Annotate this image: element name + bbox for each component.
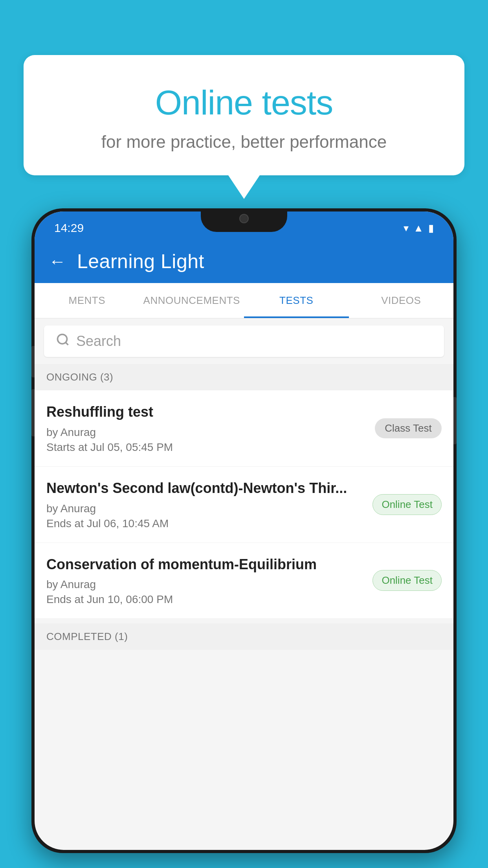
speech-bubble-container: Online tests for more practice, better p… (24, 55, 464, 199)
speech-bubble: Online tests for more practice, better p… (24, 55, 464, 175)
bubble-title: Online tests (55, 83, 433, 123)
bubble-pointer (228, 175, 260, 199)
phone-camera (239, 214, 249, 223)
tab-ments[interactable]: MENTS (35, 283, 139, 318)
tab-videos[interactable]: VIDEOS (349, 283, 454, 318)
app-bar: ← Learning Light (35, 240, 453, 283)
battery-icon: ▮ (428, 222, 434, 234)
app-title: Learning Light (77, 250, 204, 273)
test-badge-online-2: Online Test (372, 570, 442, 591)
tab-tests[interactable]: TESTS (244, 283, 349, 318)
search-icon (56, 333, 70, 350)
status-time: 14:29 (54, 221, 84, 235)
test-badge-online: Online Test (372, 494, 442, 515)
test-info: Newton's Second law(contd)-Newton's Thir… (46, 479, 365, 530)
test-info: Reshuffling test by Anurag Starts at Jul… (46, 403, 367, 454)
search-container: Search (35, 318, 453, 364)
svg-line-1 (66, 342, 68, 345)
test-author: by Anurag (46, 578, 365, 591)
tabs-bar: MENTS ANNOUNCEMENTS TESTS VIDEOS (35, 283, 453, 318)
test-list: Reshuffling test by Anurag Starts at Jul… (35, 390, 453, 619)
test-author: by Anurag (46, 502, 365, 515)
completed-section-header: COMPLETED (1) (35, 623, 453, 650)
test-item[interactable]: Reshuffling test by Anurag Starts at Jul… (35, 390, 453, 467)
ongoing-section-header: ONGOING (3) (35, 364, 453, 390)
signal-icon: ▲ (413, 222, 424, 234)
phone-container: 14:29 ▾ ▲ ▮ ← Learning Light MENTS ANNOU… (31, 208, 457, 868)
test-item[interactable]: Conservation of momentum-Equilibrium by … (35, 543, 453, 619)
wifi-icon: ▾ (404, 222, 409, 234)
test-author: by Anurag (46, 426, 367, 439)
status-icons: ▾ ▲ ▮ (404, 222, 434, 234)
search-input[interactable]: Search (76, 333, 121, 349)
tab-announcements[interactable]: ANNOUNCEMENTS (139, 283, 244, 318)
test-badge-class: Class Test (375, 418, 442, 438)
test-time: Ends at Jul 06, 10:45 AM (46, 517, 365, 530)
search-box[interactable]: Search (44, 326, 444, 357)
back-button[interactable]: ← (49, 252, 66, 271)
phone-notch (201, 208, 287, 232)
test-name: Reshuffling test (46, 403, 367, 421)
bubble-subtitle: for more practice, better performance (55, 132, 433, 152)
test-time: Ends at Jun 10, 06:00 PM (46, 593, 365, 606)
test-name: Conservation of momentum-Equilibrium (46, 555, 365, 574)
phone-screen: 14:29 ▾ ▲ ▮ ← Learning Light MENTS ANNOU… (35, 211, 453, 850)
svg-point-0 (58, 334, 67, 344)
test-item[interactable]: Newton's Second law(contd)-Newton's Thir… (35, 467, 453, 543)
phone-frame: 14:29 ▾ ▲ ▮ ← Learning Light MENTS ANNOU… (31, 208, 457, 853)
test-name: Newton's Second law(contd)-Newton's Thir… (46, 479, 365, 498)
test-info: Conservation of momentum-Equilibrium by … (46, 555, 365, 606)
test-time: Starts at Jul 05, 05:45 PM (46, 441, 367, 454)
